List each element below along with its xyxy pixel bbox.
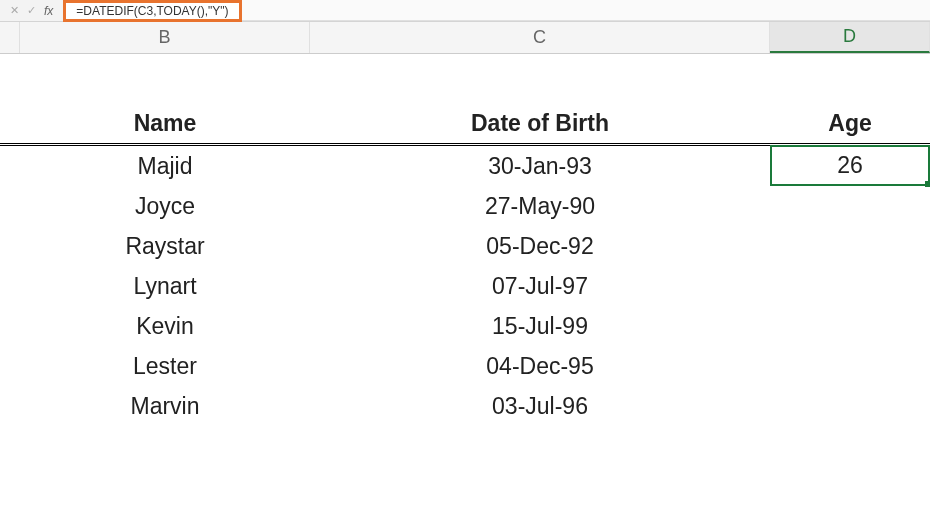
header-dob[interactable]: Date of Birth [310, 104, 770, 143]
header-age[interactable]: Age [770, 104, 930, 143]
column-header-C[interactable]: C [310, 22, 770, 53]
cell-age[interactable] [770, 346, 930, 386]
table-row: Joyce 27-May-90 [0, 186, 930, 226]
cell-dob[interactable]: 04-Dec-95 [310, 346, 770, 386]
cell-age[interactable] [770, 386, 930, 426]
cell-dob[interactable]: 07-Jul-97 [310, 266, 770, 306]
column-header-B[interactable]: B [20, 22, 310, 53]
table-header-row: Name Date of Birth Age [0, 104, 930, 146]
cell-age[interactable] [770, 306, 930, 346]
table-row: Majid 30-Jan-93 26 [0, 146, 930, 186]
cell-name[interactable]: Majid [20, 146, 310, 186]
cell-name[interactable]: Lester [20, 346, 310, 386]
formula-input[interactable]: =DATEDIF(C3,TODAY(),"Y") [63, 0, 241, 22]
gutter-cell [0, 226, 20, 266]
table-row: Lester 04-Dec-95 [0, 346, 930, 386]
cell-age-selected[interactable]: 26 [770, 145, 930, 186]
cell-name[interactable]: Joyce [20, 186, 310, 226]
cell-name[interactable]: Marvin [20, 386, 310, 426]
cell-age[interactable] [770, 226, 930, 266]
grid-body: Name Date of Birth Age Majid 30-Jan-93 2… [0, 54, 930, 426]
fx-icon[interactable]: fx [44, 4, 53, 18]
cell-dob[interactable]: 30-Jan-93 [310, 146, 770, 186]
table-row: Lynart 07-Jul-97 [0, 266, 930, 306]
cancel-icon[interactable]: ✕ [10, 4, 19, 17]
table-row: Kevin 15-Jul-99 [0, 306, 930, 346]
gutter-cell [0, 146, 20, 186]
cell-name[interactable]: Kevin [20, 306, 310, 346]
gutter-cell [0, 104, 20, 143]
formula-bar: ✕ ✓ fx =DATEDIF(C3,TODAY(),"Y") [0, 0, 930, 22]
column-headers: B C D [0, 22, 930, 54]
gutter-cell [0, 346, 20, 386]
formula-bar-icons: ✕ ✓ fx [0, 0, 63, 21]
gutter-cell [0, 386, 20, 426]
column-header-D[interactable]: D [770, 22, 930, 53]
cell-age[interactable] [770, 266, 930, 306]
table-row: Raystar 05-Dec-92 [0, 226, 930, 266]
top-left-corner[interactable] [0, 22, 20, 53]
cell-dob[interactable]: 15-Jul-99 [310, 306, 770, 346]
table-row: Marvin 03-Jul-96 [0, 386, 930, 426]
cell-dob[interactable]: 05-Dec-92 [310, 226, 770, 266]
cell-age[interactable] [770, 186, 930, 226]
gutter-cell [0, 306, 20, 346]
enter-icon[interactable]: ✓ [27, 4, 36, 17]
cell-name[interactable]: Lynart [20, 266, 310, 306]
cell-name[interactable]: Raystar [20, 226, 310, 266]
gutter-cell [0, 266, 20, 306]
formula-bar-rest[interactable] [242, 0, 930, 21]
gutter-cell [0, 186, 20, 226]
header-name[interactable]: Name [20, 104, 310, 143]
cell-dob[interactable]: 27-May-90 [310, 186, 770, 226]
cell-dob[interactable]: 03-Jul-96 [310, 386, 770, 426]
